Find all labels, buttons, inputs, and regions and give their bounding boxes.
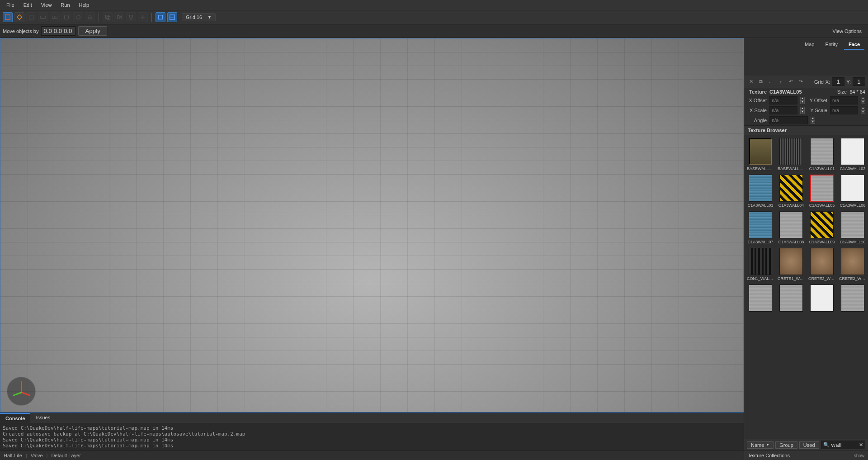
grid-size-label: Grid 16 — [186, 14, 202, 20]
angle-input[interactable]: n/a — [769, 116, 808, 124]
texture-thumb — [810, 211, 834, 238]
tool-copy[interactable] — [103, 12, 113, 22]
texture-item[interactable] — [808, 285, 835, 313]
texture-item[interactable]: C1A3WALL03 — [747, 175, 774, 208]
texture-search-input[interactable] — [831, 441, 857, 448]
texture-item[interactable]: CRETE1_WALL01 — [778, 248, 805, 281]
texture-item[interactable]: C1A3WALL09 — [808, 211, 835, 244]
viewport-3d[interactable] — [0, 38, 744, 413]
tool-4[interactable] — [38, 12, 48, 22]
texture-item[interactable] — [747, 285, 774, 313]
tab-entity[interactable]: Entity — [821, 40, 842, 50]
grid-x-input[interactable] — [832, 77, 844, 86]
menu-help[interactable]: Help — [75, 1, 94, 9]
texture-name: CRETE2_WALL02 — [839, 276, 866, 281]
scene-render — [0, 38, 743, 412]
texture-item[interactable]: C1A3WALL01 — [808, 138, 835, 171]
texture-item[interactable]: C1A3WALL05 — [808, 175, 835, 208]
axis-gizmo[interactable] — [7, 377, 36, 406]
menu-run[interactable]: Run — [56, 1, 74, 9]
close-icon[interactable]: ✕ — [747, 78, 755, 86]
xscale-input[interactable]: n/a — [769, 106, 797, 114]
grid-size-select[interactable]: Grid 16 ▼ — [182, 13, 216, 21]
tab-face[interactable]: Face — [844, 40, 864, 50]
texture-item[interactable]: C1A3WALL02 — [839, 138, 866, 171]
tool-uv-lock[interactable] — [167, 12, 177, 22]
svg-rect-6 — [65, 15, 69, 19]
texture-item[interactable] — [839, 285, 866, 313]
tab-map[interactable]: Map — [800, 40, 819, 50]
move-vector-input[interactable] — [41, 26, 75, 36]
texture-thumb — [810, 138, 834, 165]
texture-name: CRETE1_WALL01 — [778, 276, 805, 281]
face-grid-label: Grid — [814, 79, 824, 85]
tool-7[interactable] — [73, 12, 83, 22]
texture-item[interactable]: C1A3WALL10 — [839, 211, 866, 244]
tool-3[interactable] — [26, 12, 36, 22]
xoffset-input[interactable]: n/a — [769, 96, 797, 104]
tab-console[interactable]: Console — [0, 413, 30, 423]
texture-item[interactable]: BASEWALL05A — [778, 138, 805, 171]
texture-name: C1A3WALL10 — [840, 240, 866, 244]
yoffset-input[interactable]: n/a — [830, 96, 858, 104]
yoffset-stepper[interactable]: ▲▼ — [861, 97, 865, 104]
texture-browser-grid[interactable]: BASEWALL04CBASEWALL05AC1A3WALL01C1A3WALL… — [744, 135, 868, 439]
tool-texture-lock[interactable] — [156, 12, 165, 22]
xoffset-stepper[interactable]: ▲▼ — [800, 97, 805, 104]
arrow-left-icon[interactable]: ← — [767, 78, 775, 86]
yscale-input[interactable]: n/a — [830, 106, 858, 114]
undo-icon[interactable]: ↶ — [787, 78, 795, 86]
texture-thumb — [841, 248, 864, 275]
angle-stepper[interactable]: ▲▼ — [811, 117, 815, 124]
arrow-up-icon[interactable]: ↑ — [777, 78, 785, 86]
used-button[interactable]: Used — [799, 441, 819, 449]
tool-8[interactable] — [85, 12, 95, 22]
texture-item[interactable]: CRETE2_WALL02 — [839, 248, 866, 281]
tool-6[interactable] — [61, 12, 71, 22]
menu-edit[interactable]: Edit — [19, 1, 37, 9]
xscale-stepper[interactable]: ▲▼ — [800, 107, 805, 114]
texture-filters: Name▼ Group Used 🔍 ✕ — [744, 439, 868, 451]
status-layer: Default Layer — [51, 453, 80, 458]
texture-item[interactable]: CON1_WALL01P — [747, 248, 774, 281]
grid-y-input[interactable] — [853, 77, 865, 86]
texture-thumb — [841, 285, 864, 312]
copy-icon[interactable]: ⧉ — [757, 78, 765, 86]
tool-select[interactable] — [3, 12, 13, 22]
right-tabs: Map Entity Face — [744, 38, 868, 50]
collections-show-button[interactable]: show — [854, 453, 864, 458]
console-tabs: Console Issues — [0, 413, 744, 423]
right-panel: Map Entity Face ✕ ⧉ ← ↑ ↶ ↷ Grid X: Y: — [744, 38, 868, 460]
tab-issues[interactable]: Issues — [30, 413, 56, 423]
texture-thumb — [841, 138, 864, 165]
tool-5[interactable] — [50, 12, 60, 22]
tool-flip-v[interactable] — [126, 12, 136, 22]
texture-collections-header[interactable]: Texture Collections show — [744, 451, 868, 460]
svg-rect-5 — [55, 16, 57, 18]
texture-item[interactable]: C1A3WALL04 — [778, 175, 805, 208]
texture-item[interactable]: C1A3WALL08 — [778, 211, 805, 244]
tool-brush[interactable] — [14, 12, 24, 22]
texture-item[interactable] — [778, 285, 805, 313]
tool-flip-h[interactable] — [114, 12, 124, 22]
yscale-stepper[interactable]: ▲▼ — [861, 107, 865, 114]
tool-axis-align[interactable] — [138, 12, 148, 22]
menu-file[interactable]: File — [2, 1, 19, 9]
separator — [151, 13, 152, 22]
axis-z-icon — [21, 381, 22, 392]
texture-item[interactable]: BASEWALL04C — [747, 138, 774, 171]
redo-icon[interactable]: ↷ — [797, 78, 805, 86]
view-options-button[interactable]: View Options — [829, 28, 865, 35]
texture-item[interactable]: CRETE2_WALL01 — [808, 248, 835, 281]
group-button[interactable]: Group — [775, 441, 797, 449]
clear-search-icon[interactable]: ✕ — [859, 442, 863, 448]
texture-item[interactable]: C1A3WALL07 — [747, 211, 774, 244]
texture-name: CON1_WALL01P — [747, 276, 774, 281]
move-objects-bar: Move objects by Apply View Options — [0, 24, 868, 38]
apply-button[interactable]: Apply — [78, 26, 107, 36]
texture-search[interactable]: 🔍 ✕ — [821, 441, 865, 449]
menu-view[interactable]: View — [37, 1, 57, 9]
sort-name-dropdown[interactable]: Name▼ — [747, 441, 774, 449]
texture-item[interactable]: C1A3WALL06 — [839, 175, 866, 208]
texture-label: Texture — [747, 89, 767, 95]
